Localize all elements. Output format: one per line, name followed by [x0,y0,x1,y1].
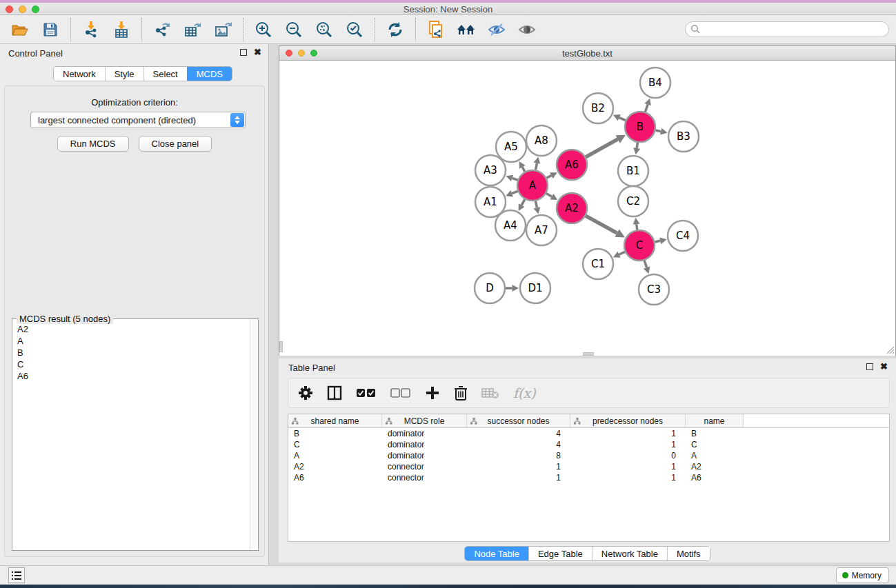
import-table-icon[interactable] [111,19,132,40]
zoom-fit-icon[interactable] [314,19,335,40]
column-header-filler [744,414,889,427]
tab-node-table[interactable]: Node Table [465,547,528,560]
hide-selected-icon[interactable] [486,19,507,40]
cell-predecessor-nodes: 1 [570,439,686,450]
column-header-name[interactable]: name [686,414,744,427]
tab-network[interactable]: Network [54,67,105,81]
search-input[interactable] [685,21,889,37]
zoom-selected-icon[interactable] [344,19,365,40]
table-header-row: shared nameMCDS rolesuccessor nodesprede… [288,414,889,428]
horizontal-scroll-thumb[interactable] [583,352,594,356]
cell-MCDS-role: dominator [382,439,467,450]
close-panel-button[interactable]: Close panel [139,136,212,152]
column-view-icon[interactable] [327,385,342,401]
network-canvas[interactable]: B4B2BB3A5A8A6A3B1AA1C2A2A4A7C4CC1DD1C3 [279,61,895,356]
export-table-icon[interactable] [182,19,203,40]
result-item-b[interactable]: B [13,347,250,358]
network-titlebar[interactable]: testGlobe.txt [279,46,895,61]
run-mcds-button[interactable]: Run MCDS [57,136,129,152]
gear-icon[interactable] [298,385,313,401]
graph-edge-A-A7[interactable] [536,201,537,208]
function-builder-icon[interactable]: f(x) [513,385,536,401]
column-header-MCDS-role[interactable]: MCDS role [382,414,467,427]
zoom-out-icon[interactable] [283,19,304,40]
save-session-icon[interactable] [40,19,61,40]
table-row-a[interactable]: Adominator80A [288,450,889,461]
cell-successor-nodes: 1 [467,461,570,472]
task-history-button[interactable] [8,567,25,583]
clone-network-icon[interactable] [426,19,446,40]
cell-shared-name: A6 [288,472,382,483]
tab-edge-table[interactable]: Edge Table [528,547,592,560]
cell-MCDS-role: connector [382,461,467,472]
tab-select[interactable]: Select [143,67,187,81]
node-table: shared nameMCDS rolesuccessor nodesprede… [288,414,890,542]
graph-edge-A-A8[interactable] [536,163,537,170]
graph-edge-C-C3[interactable] [644,261,646,267]
graph-edge-B-B2[interactable] [619,118,626,121]
table-float-panel-icon[interactable] [866,363,873,370]
delete-icon[interactable] [454,385,468,401]
add-column-icon[interactable] [425,385,440,401]
result-item-a6[interactable]: A6 [13,370,250,382]
resize-grip-icon[interactable] [886,345,895,354]
table-body: Bdominator41BCdominator41CAdominator80AA… [288,428,889,483]
mcds-result-box: MCDS result (5 nodes) A2ABCA6 [12,318,259,551]
graph-edge-A-A1[interactable] [512,191,517,193]
zoom-in-icon[interactable] [253,19,274,40]
column-header-predecessor-nodes[interactable]: predecessor nodes [570,414,686,427]
column-header-shared-name[interactable]: shared name [288,414,382,427]
graph-arrow-C-C3 [644,267,650,274]
table-row-c[interactable]: Cdominator41C [288,439,889,450]
graph-arrow-A-A8 [534,157,541,164]
cell-predecessor-nodes: 1 [570,461,686,472]
graph-edge-A-A5[interactable] [522,167,525,172]
graph-node-label-B4: B4 [648,77,662,89]
result-item-c[interactable]: C [13,358,250,370]
vertical-scroll-thumb[interactable] [279,341,283,352]
open-file-icon[interactable] [10,19,30,40]
result-item-a2[interactable]: A2 [13,323,250,335]
refresh-icon[interactable] [385,19,406,40]
export-image-icon[interactable] [212,19,233,40]
search-icon [690,24,700,37]
table-close-panel-icon[interactable]: ✖ [880,363,888,370]
table-row-a2[interactable]: A2connector11A2 [288,461,889,472]
cell-successor-nodes: 8 [467,450,570,461]
memory-button[interactable]: Memory [836,567,889,583]
graph-edge-A6-B[interactable] [586,139,618,157]
table-row-b[interactable]: Bdominator41B [288,428,889,439]
optimization-select[interactable]: largest connected component (directed) [30,112,246,128]
close-panel-icon[interactable]: ✖ [254,49,261,56]
deselect-all-icon[interactable] [390,387,411,398]
graph-edge-A-A4[interactable] [521,199,525,205]
table-row-a6[interactable]: A6connector11A6 [288,472,889,483]
graph-edge-C-C4[interactable] [655,241,660,242]
tab-mcds[interactable]: MCDS [187,67,232,81]
select-all-icon[interactable] [356,387,377,398]
tab-network-table[interactable]: Network Table [592,547,667,560]
first-neighbors-icon[interactable] [456,19,477,40]
graph-edge-A2-C[interactable] [586,216,617,233]
result-item-a[interactable]: A [13,335,250,347]
graph-edge-C-C2[interactable] [637,224,637,230]
control-panel-tabs: NetworkStyleSelectMCDS [53,66,232,81]
show-all-icon[interactable] [517,19,537,40]
control-panel-title: Control Panel [8,48,63,59]
graph-edge-B-B1[interactable] [637,143,637,148]
export-network-icon[interactable] [152,19,172,40]
graph-edge-A-A2[interactable] [546,194,552,197]
delete-table-icon[interactable] [481,387,499,399]
result-scrollbar[interactable] [250,319,258,550]
graph-edge-B-B4[interactable] [645,105,648,112]
graph-edge-B-B3[interactable] [655,130,661,132]
import-network-icon[interactable] [81,19,101,40]
column-header-successor-nodes[interactable]: successor nodes [467,414,570,427]
graph-edge-A-A6[interactable] [546,176,551,179]
graph-node-label-B3: B3 [677,130,690,143]
float-panel-icon[interactable] [240,49,247,56]
graph-edge-C-C1[interactable] [619,252,625,254]
graph-edge-A-A3[interactable] [512,178,518,180]
tab-style[interactable]: Style [105,67,143,81]
tab-motifs[interactable]: Motifs [667,547,710,560]
